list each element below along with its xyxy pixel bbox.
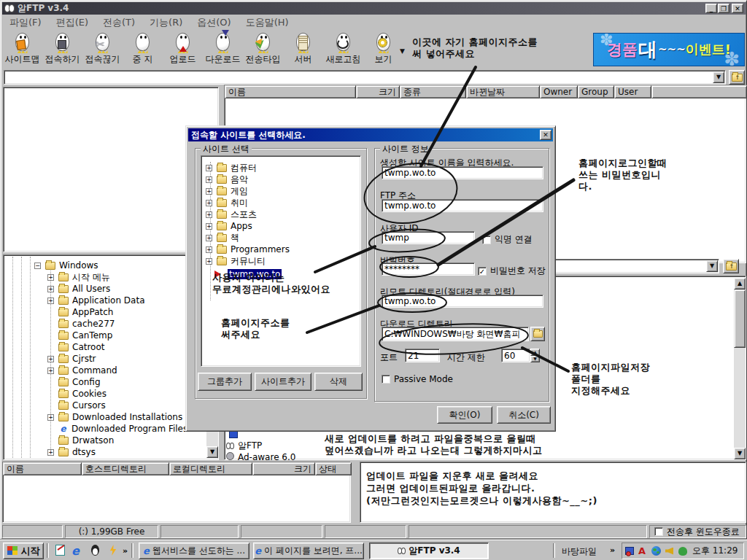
tree-item[interactable]: −Drwatson: [47, 435, 114, 446]
spin-up-icon[interactable]: ▲: [530, 349, 540, 356]
tray-ime-icon[interactable]: A: [638, 546, 649, 556]
expand-plus-icon[interactable]: +: [206, 165, 212, 171]
desktop-band-label[interactable]: 바탕파일: [562, 545, 597, 558]
site-tree-item[interactable]: +게임: [206, 185, 248, 197]
site-tree-item[interactable]: +취미: [206, 197, 248, 209]
tray-agent-icon[interactable]: [678, 546, 689, 556]
download-dir-input[interactable]: [382, 327, 529, 341]
toolbar-upload-button[interactable]: 업로드: [163, 31, 203, 66]
site-tree-item[interactable]: +커뮤니티: [206, 255, 266, 267]
tree-item[interactable]: −CanTemp: [47, 330, 112, 341]
timeout-spinner[interactable]: ▲ ▼: [530, 349, 540, 362]
spin-down-icon[interactable]: ▼: [530, 356, 540, 363]
queue-column-2[interactable]: 로컬디렉토리: [169, 462, 252, 475]
tree-item[interactable]: −Cursors: [47, 400, 106, 411]
remote-column-1[interactable]: 크기: [356, 85, 400, 98]
port-input[interactable]: [405, 349, 440, 362]
desktop-band-chevron-icon[interactable]: »: [610, 545, 615, 555]
queue-column-0[interactable]: 이름: [3, 462, 82, 475]
tree-item[interactable]: +Command: [47, 365, 117, 376]
remote-column-0[interactable]: 이름: [225, 85, 356, 98]
expand-plus-icon[interactable]: +: [47, 286, 54, 292]
scroll-down-icon[interactable]: ▼: [734, 448, 746, 459]
site-tree-item[interactable]: +컴퓨터: [206, 162, 257, 174]
quicklaunch-ie-icon[interactable]: e: [71, 544, 85, 557]
expand-plus-icon[interactable]: +: [206, 235, 212, 241]
tree-item[interactable]: +Application Data: [47, 295, 145, 306]
menu-item-4[interactable]: 옵션(O): [190, 15, 238, 31]
tree-item[interactable]: −AppPatch: [47, 306, 113, 318]
remote-column-3[interactable]: 바뀐날짜: [466, 85, 540, 98]
expand-plus-icon[interactable]: +: [206, 188, 212, 195]
remote-column-7[interactable]: [651, 85, 747, 98]
remote-dir-input[interactable]: [382, 295, 543, 308]
add-site-button[interactable]: 사이트추가: [255, 373, 311, 391]
menu-item-0[interactable]: 파일(F): [2, 15, 49, 31]
scroll-up-icon[interactable]: ▲: [734, 278, 746, 289]
toolbar-view-button[interactable]: 보기: [363, 31, 403, 66]
toolbar-refresh-button[interactable]: 새로고침: [323, 31, 363, 66]
save-password-checkbox[interactable]: ✓ 비밀번호 저장: [478, 265, 546, 277]
local-up-folder-button[interactable]: ↑: [723, 259, 739, 273]
tree-item[interactable]: +시작 메뉴: [47, 271, 110, 283]
toolbar-download-button[interactable]: 다운로드: [203, 31, 243, 66]
scrollbar-thumb[interactable]: [734, 289, 746, 348]
quicklaunch-chevron-icon[interactable]: »: [123, 546, 128, 556]
toolbar-connect-button[interactable]: 접속하기: [42, 31, 82, 66]
expand-plus-icon[interactable]: +: [47, 274, 54, 281]
expand-plus-icon[interactable]: +: [206, 211, 212, 218]
toolbar-sitemap-button[interactable]: 사이트맵: [2, 31, 42, 66]
tree-item[interactable]: +Cjrstr: [47, 353, 96, 365]
task-button-alftp[interactable]: 알FTP v3.4: [369, 542, 489, 559]
expand-plus-icon[interactable]: +: [206, 258, 212, 265]
remote-column-2[interactable]: 종류: [400, 85, 466, 98]
local-address-dropdown-icon[interactable]: ▼: [706, 260, 718, 272]
site-tree-item[interactable]: +책: [206, 232, 239, 244]
site-name-input[interactable]: [382, 166, 543, 179]
remote-column-6[interactable]: User: [614, 85, 651, 98]
tree-item[interactable]: −Catroot: [47, 341, 105, 353]
site-tree-item[interactable]: +스포츠: [206, 209, 257, 220]
expand-plus-icon[interactable]: +: [47, 356, 54, 362]
menu-item-2[interactable]: 전송(T): [96, 15, 142, 31]
tree-item[interactable]: −Cookies: [47, 388, 107, 400]
close-button[interactable]: ✕: [732, 4, 743, 13]
scroll-down-icon[interactable]: ▼: [206, 446, 218, 458]
menu-item-1[interactable]: 편집(E): [49, 15, 96, 31]
restore-button[interactable]: ❐: [718, 4, 729, 13]
tree-item[interactable]: +All Users: [47, 283, 110, 295]
queue-column-1[interactable]: 호스트디렉토리: [82, 462, 169, 475]
cancel-button[interactable]: 취소(C): [497, 406, 551, 424]
expand-plus-icon[interactable]: +: [206, 176, 212, 183]
site-tree-item[interactable]: +Apps: [206, 220, 252, 232]
expand-plus-icon[interactable]: +: [47, 414, 54, 421]
local-file-item[interactable]: Ad-aware 6.0: [226, 452, 295, 462]
delete-button[interactable]: 삭제: [314, 373, 363, 391]
remote-up-folder-button[interactable]: ↑: [729, 70, 745, 85]
site-tree-item[interactable]: +음악: [206, 174, 248, 185]
expand-plus-icon[interactable]: +: [206, 200, 212, 206]
timeout-input[interactable]: [501, 349, 530, 362]
queue-column-4[interactable]: 상태: [315, 462, 352, 475]
local-list-scrollbar[interactable]: ▲ ▼: [734, 278, 746, 459]
ftp-address-input[interactable]: [382, 199, 543, 212]
tree-item[interactable]: −eDownloaded Program Files: [47, 423, 187, 435]
toolbar-stop-button[interactable]: 중 지: [123, 31, 163, 66]
tree-item[interactable]: −cache277: [47, 318, 115, 330]
add-group-button[interactable]: 그룹추가: [198, 373, 252, 391]
local-file-item[interactable]: 알FTP: [226, 440, 262, 452]
task-button-webservice[interactable]: e 웹서비스를 선도하는 ...: [139, 542, 249, 559]
start-button[interactable]: 시작: [3, 542, 44, 559]
password-input[interactable]: [382, 262, 475, 276]
view-dropdown-arrow-icon[interactable]: ▼: [400, 47, 405, 55]
anonymous-checkbox[interactable]: 익명 연결: [482, 233, 533, 246]
remote-column-5[interactable]: Group: [578, 85, 614, 98]
ok-button[interactable]: 확인(O): [437, 406, 492, 424]
queue-column-3[interactable]: 크기: [252, 462, 315, 475]
task-button-page[interactable]: e 이 페이지를 보려면, 프...: [253, 542, 364, 559]
tree-item[interactable]: +Downloaded Installations: [47, 411, 182, 423]
remote-column-4[interactable]: Owner: [540, 85, 578, 98]
minimize-button[interactable]: _: [705, 4, 717, 13]
remote-address-input[interactable]: [4, 70, 726, 85]
expand-plus-icon[interactable]: +: [47, 298, 54, 304]
